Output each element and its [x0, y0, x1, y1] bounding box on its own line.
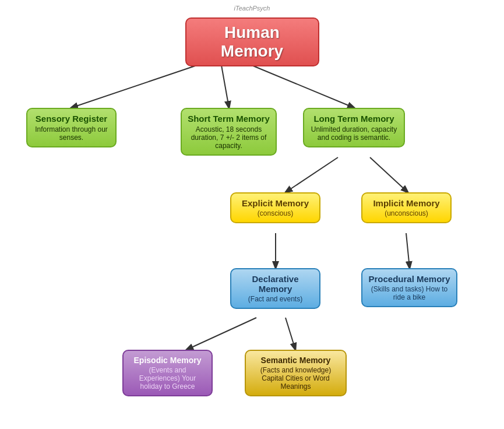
node-shortterm: Short Term Memory Acoustic, 18 seconds d… [181, 108, 277, 156]
semantic-title: Semantic Memory [252, 356, 340, 365]
explicit-title: Explicit Memory [237, 198, 313, 208]
node-sensory: Sensory Register Information through our… [26, 108, 117, 147]
sensory-desc: Information through our senses. [33, 125, 110, 142]
node-explicit: Explicit Memory (conscious) [230, 192, 320, 223]
implicit-desc: (unconscious) [368, 209, 445, 217]
watermark: iTeachPsych [234, 5, 270, 12]
semantic-desc: (Facts and knowledge) Capital Cities or … [252, 366, 340, 391]
procedural-title: Procedural Memory [368, 274, 450, 284]
node-root: Human Memory [185, 17, 319, 66]
longterm-desc: Unlimited duration, capacity and coding … [310, 125, 398, 142]
implicit-title: Implicit Memory [368, 198, 445, 208]
node-procedural: Procedural Memory (Skills and tasks) How… [361, 268, 457, 307]
longterm-title: Long Term Memory [310, 114, 398, 124]
node-longterm: Long Term Memory Unlimited duration, cap… [303, 108, 405, 147]
node-episodic: Episodic Memory (Events and Experiences)… [122, 350, 213, 396]
node-semantic: Semantic Memory (Facts and knowledge) Ca… [245, 350, 347, 396]
node-implicit: Implicit Memory (unconscious) [361, 192, 452, 223]
shortterm-desc: Acoustic, 18 seconds duration, 7 +/- 2 i… [188, 125, 270, 150]
svg-line-1 [221, 65, 229, 108]
mind-map-diagram: iTeachPsych Human Memory Sensory Registe… [0, 0, 504, 429]
episodic-title: Episodic Memory [129, 356, 206, 365]
root-title: Human Memory [192, 23, 312, 61]
procedural-desc: (Skills and tasks) How to ride a bike [368, 285, 450, 301]
svg-line-3 [286, 157, 338, 192]
shortterm-title: Short Term Memory [188, 114, 270, 124]
svg-line-0 [71, 65, 197, 108]
svg-line-6 [406, 233, 410, 268]
explicit-desc: (conscious) [237, 209, 313, 217]
episodic-desc: (Events and Experiences) Your holiday to… [129, 366, 206, 391]
declarative-desc: (Fact and events) [237, 295, 313, 303]
node-declarative: Declarative Memory (Fact and events) [230, 268, 320, 309]
svg-line-8 [286, 318, 295, 350]
declarative-title: Declarative Memory [237, 274, 313, 294]
sensory-title: Sensory Register [33, 114, 110, 124]
svg-line-2 [252, 65, 354, 108]
svg-line-7 [186, 318, 256, 350]
svg-line-4 [370, 157, 408, 192]
